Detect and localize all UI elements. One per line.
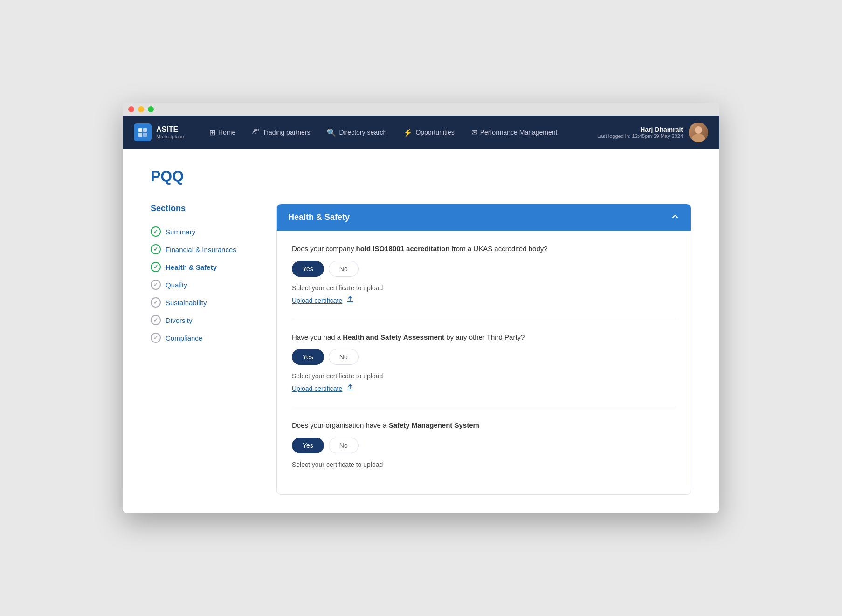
titlebar (123, 103, 719, 116)
panel-header-title: Health & Safety (288, 212, 350, 222)
question-text-1: Does your company hold ISO18001 accredit… (292, 244, 676, 254)
sidebar-item-health-safety[interactable]: ✓ Health & Safety (151, 258, 258, 276)
sidebar-items: ✓ Summary ✓ Financial & Insurances ✓ (151, 223, 258, 347)
upload-link-2[interactable]: Upload certificate (292, 383, 354, 394)
yes-button-3[interactable]: Yes (292, 438, 324, 453)
upload-section-1: Select your certificate to upload Upload… (292, 284, 676, 306)
nav-home[interactable]: ⊞ Home (203, 124, 242, 141)
sidebar-item-financial-insurances[interactable]: ✓ Financial & Insurances (151, 240, 258, 258)
directory-search-icon: 🔍 (327, 128, 336, 137)
sidebar-item-quality[interactable]: ✓ Quality (151, 276, 258, 294)
quality-check-icon: ✓ (151, 280, 161, 290)
sustainability-check-icon: ✓ (151, 297, 161, 308)
upload-label-1: Select your certificate to upload (292, 284, 676, 292)
trading-partners-icon (252, 128, 260, 137)
upload-link-text-2: Upload certificate (292, 385, 342, 392)
svg-point-4 (254, 129, 256, 131)
sidebar-item-financial-label: Financial & Insurances (166, 246, 236, 253)
brand-name: ASITE (156, 125, 184, 134)
user-name: Harj Dhamrait (597, 126, 683, 133)
upload-link-text-1: Upload certificate (292, 297, 342, 304)
yes-button-2[interactable]: Yes (292, 349, 324, 365)
navbar-user: Harj Dhamrait Last logged in: 12:45pm 29… (597, 123, 708, 142)
no-button-1[interactable]: No (329, 261, 359, 277)
financial-check-icon: ✓ (151, 244, 161, 254)
svg-rect-1 (143, 128, 147, 132)
upload-label-2: Select your certificate to upload (292, 372, 676, 380)
upload-section-2: Select your certificate to upload Upload… (292, 372, 676, 394)
brand[interactable]: ASITE Marketplace (134, 123, 184, 141)
nav-directory-search-label: Directory search (339, 129, 386, 136)
nav-opportunities[interactable]: ⚡ Opportunities (397, 124, 461, 141)
sidebar-item-quality-label: Quality (166, 281, 187, 289)
nav-links: ⊞ Home Trading partners 🔍 Directory sear… (203, 124, 597, 141)
sidebar-item-compliance[interactable]: ✓ Compliance (151, 329, 258, 347)
nav-directory-search[interactable]: 🔍 Directory search (320, 124, 393, 141)
svg-rect-7 (347, 390, 353, 390)
nav-opportunities-label: Opportunities (415, 129, 454, 136)
svg-rect-6 (347, 301, 353, 302)
svg-rect-3 (143, 133, 147, 137)
minimize-button[interactable] (138, 106, 144, 112)
sidebar-item-diversity-label: Diversity (166, 316, 193, 324)
yes-button-1[interactable]: Yes (292, 261, 324, 277)
sidebar-item-sustainability[interactable]: ✓ Sustainability (151, 294, 258, 311)
main-content: PQQ Sections ✓ Summary ✓ (123, 149, 719, 513)
question-text-2: Have you had a Health and Safety Assessm… (292, 332, 676, 343)
no-button-3[interactable]: No (329, 438, 359, 453)
avatar[interactable] (689, 123, 708, 142)
page-title: PQQ (151, 168, 691, 185)
nav-home-label: Home (218, 129, 235, 136)
toggle-group-2: Yes No (292, 349, 676, 365)
diversity-check-icon: ✓ (151, 315, 161, 325)
app-window: ASITE Marketplace ⊞ Home Trading part (123, 103, 719, 513)
user-info: Harj Dhamrait Last logged in: 12:45pm 29… (597, 126, 683, 139)
sidebar-item-health-safety-label: Health & Safety (166, 263, 217, 271)
no-button-2[interactable]: No (329, 349, 359, 365)
sidebar-item-compliance-label: Compliance (166, 334, 202, 342)
upload-section-3: Select your certificate to upload (292, 461, 676, 468)
close-button[interactable] (128, 106, 134, 112)
upload-icon-2 (346, 383, 354, 394)
sidebar-item-summary[interactable]: ✓ Summary (151, 223, 258, 240)
nav-trading-partners[interactable]: Trading partners (246, 124, 317, 141)
nav-trading-partners-label: Trading partners (262, 129, 310, 136)
opportunities-icon: ⚡ (403, 128, 413, 137)
health-safety-check-icon: ✓ (151, 262, 161, 272)
question-bold-2: Health and Safety Assessment (343, 333, 444, 341)
question-block-3: Does your organisation have a Safety Man… (292, 420, 676, 468)
form-panel: Health & Safety Does your company hold I… (276, 204, 691, 495)
question-bold-1: hold ISO18001 accreditation (356, 245, 450, 253)
nav-performance-management[interactable]: ✉ Performance Management (465, 124, 564, 141)
sidebar-title: Sections (151, 204, 258, 213)
brand-icon (134, 123, 152, 141)
question-block-2: Have you had a Health and Safety Assessm… (292, 332, 676, 408)
navbar: ASITE Marketplace ⊞ Home Trading part (123, 116, 719, 149)
collapse-icon[interactable] (670, 212, 680, 223)
home-icon: ⊞ (209, 128, 215, 137)
toggle-group-1: Yes No (292, 261, 676, 277)
toggle-group-3: Yes No (292, 438, 676, 453)
content-layout: Sections ✓ Summary ✓ Financial & Insuran… (151, 204, 691, 495)
compliance-check-icon: ✓ (151, 333, 161, 343)
sidebar: Sections ✓ Summary ✓ Financial & Insuran… (151, 204, 258, 347)
brand-subtitle: Marketplace (156, 134, 184, 139)
performance-management-icon: ✉ (471, 128, 477, 137)
question-bold-3: Safety Managenent System (389, 421, 479, 429)
sidebar-item-diversity[interactable]: ✓ Diversity (151, 311, 258, 329)
nav-performance-management-label: Performance Management (480, 129, 558, 136)
panel-body: Does your company hold ISO18001 accredit… (277, 231, 691, 494)
svg-rect-2 (138, 133, 142, 137)
sidebar-item-summary-label: Summary (166, 228, 195, 236)
summary-check-icon: ✓ (151, 226, 161, 237)
upload-icon-1 (346, 295, 354, 306)
maximize-button[interactable] (148, 106, 154, 112)
user-login: Last logged in: 12:45pm 29 May 2024 (597, 133, 683, 139)
avatar-image (689, 123, 708, 142)
question-text-3: Does your organisation have a Safety Man… (292, 420, 676, 431)
panel-header: Health & Safety (277, 204, 691, 231)
svg-rect-0 (138, 128, 142, 132)
upload-label-3: Select your certificate to upload (292, 461, 676, 468)
brand-text: ASITE Marketplace (156, 125, 184, 139)
upload-link-1[interactable]: Upload certificate (292, 295, 354, 306)
